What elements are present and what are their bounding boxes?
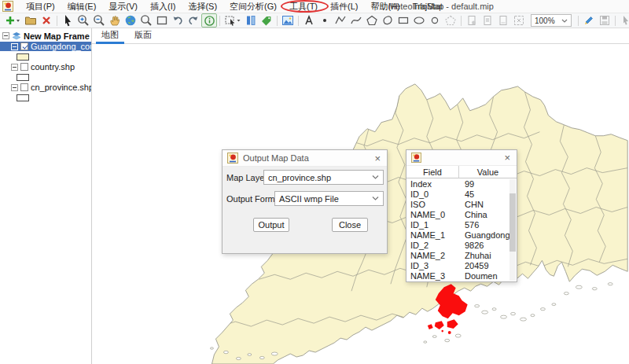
layer-node-cn-province[interactable]: cn_province.shp (0, 83, 91, 92)
zoom-next-button[interactable] (186, 13, 201, 28)
add-layer-button[interactable] (2, 13, 23, 28)
ellipse-tool-button[interactable] (411, 13, 427, 28)
page-setup-button[interactable] (480, 13, 495, 28)
table-row: NAME_3Doumen (406, 270, 517, 281)
map-frame-node[interactable]: New Map Frame (0, 31, 91, 41)
output-button-label: Output (258, 220, 284, 230)
select-arrow-button[interactable] (60, 13, 75, 28)
field-cell: ID_0 (406, 189, 462, 199)
zoom-to-layer-button[interactable] (138, 13, 154, 28)
map-layer-select[interactable]: cn_province.shp (263, 170, 384, 185)
menu-item-tools-label: 工具(T) (289, 2, 318, 11)
close-button-label: Close (339, 220, 361, 230)
app-logo-icon (2, 1, 13, 12)
point-tool-button[interactable] (317, 13, 333, 28)
edit-pencil-button[interactable] (581, 13, 597, 28)
edit-select-button[interactable] (618, 13, 629, 28)
table-row: NAME_2Zhuhai (406, 250, 517, 260)
toolbar-separator (219, 16, 220, 26)
field-cell: ID_3 (406, 261, 462, 270)
layer-name: country.shp (31, 62, 75, 72)
zoom-previous-button[interactable] (170, 13, 186, 28)
label-button[interactable] (259, 13, 274, 28)
layer-checkbox-unchecked[interactable] (20, 63, 28, 71)
column-header-field: Field (406, 166, 459, 178)
menu-item-edit[interactable]: 编辑(E) (61, 0, 103, 13)
dialog-app-icon (411, 153, 421, 163)
identify-attributes-dialog: × Field Value Index99 ID_045 ISOCHN NAME… (406, 149, 517, 282)
full-extent-button[interactable] (123, 13, 138, 28)
layer-node-country[interactable]: country.shp (0, 62, 91, 72)
layer-symbol-row (0, 93, 91, 102)
layers-stack-icon (12, 31, 21, 41)
collapse-icon[interactable] (11, 43, 18, 50)
value-cell: Zhuhai (462, 251, 491, 260)
layer-node-guangdong-county[interactable]: Guangdong_county.shp (0, 42, 91, 51)
close-icon[interactable]: × (373, 153, 382, 164)
dialog-title: Output Map Data (243, 153, 368, 163)
menu-item-selection[interactable]: 选择(S) (182, 0, 223, 13)
polygon-tool-button[interactable] (364, 13, 380, 28)
menu-item-insert[interactable]: 插入(I) (144, 0, 182, 13)
close-button[interactable]: Close (332, 218, 368, 232)
layer-symbol-swatch (17, 94, 29, 101)
table-row: ID_29826 (406, 240, 517, 250)
page-preview-button[interactable] (495, 13, 511, 28)
circle-tool-button[interactable] (427, 13, 443, 28)
menu-item-plugins[interactable]: 插件(L) (324, 0, 364, 13)
attribute-table-header: Field Value (406, 165, 517, 178)
dialog-titlebar[interactable]: Output Map Data × (223, 150, 387, 167)
output-button[interactable]: Output (253, 218, 289, 232)
identify-button[interactable] (201, 13, 217, 28)
zoom-in-button[interactable] (75, 13, 91, 28)
new-layout-button[interactable] (464, 13, 480, 28)
output-format-select[interactable]: ASCII wmp File (274, 191, 384, 206)
remove-layer-button[interactable] (39, 13, 54, 28)
open-file-button[interactable] (23, 13, 39, 28)
layers-panel: New Map Frame Guangdong_county.shp count… (0, 28, 92, 364)
collapse-icon[interactable] (11, 64, 18, 71)
zoom-rectangle-button[interactable] (154, 13, 170, 28)
pan-button[interactable] (107, 13, 123, 28)
collapse-icon[interactable] (11, 84, 18, 91)
polyline-tool-button[interactable] (333, 13, 348, 28)
toolbar-separator (298, 16, 299, 26)
zoom-level-combo[interactable]: 100% (531, 14, 572, 27)
attribute-table-button[interactable] (243, 13, 259, 28)
curve-tool-button[interactable] (348, 13, 364, 28)
menu-item-spatial-analysis[interactable]: 空间分析(G) (223, 0, 283, 13)
map-layer-value: cn_province.shp (268, 173, 331, 182)
tab-map-label: 地图 (101, 30, 119, 39)
fit-to-window-button[interactable] (511, 13, 527, 28)
edit-graphic-button[interactable] (443, 13, 458, 28)
scrollbar-track[interactable] (509, 179, 516, 281)
dialog-titlebar[interactable]: × (406, 150, 517, 165)
field-cell: NAME_0 (406, 210, 462, 219)
value-cell: 99 (462, 179, 474, 189)
tab-map[interactable]: 地图 (95, 28, 125, 43)
curve-polygon-tool-button[interactable] (380, 13, 395, 28)
value-cell: CHN (462, 200, 484, 209)
field-cell: NAME_3 (406, 271, 462, 281)
column-header-value: Value (459, 166, 517, 178)
value-cell: 20459 (462, 261, 489, 270)
save-edit-button[interactable] (597, 13, 612, 28)
collapse-icon[interactable] (2, 32, 9, 39)
menu-item-tools[interactable]: 工具(T) (283, 0, 324, 13)
rectangle-tool-button[interactable] (395, 13, 411, 28)
close-icon[interactable]: × (502, 153, 512, 163)
map-image-button[interactable] (280, 13, 296, 28)
select-features-button[interactable] (223, 13, 243, 28)
meteoinfomap-window: 项目(P) 编辑(E) 显示(V) 插入(I) 选择(S) 空间分析(G) 工具… (0, 0, 629, 364)
chevron-down-icon (561, 19, 568, 23)
layer-symbol-swatch (17, 74, 29, 81)
scrollbar-thumb[interactable] (509, 193, 516, 252)
text-tool-button[interactable] (301, 13, 317, 28)
layer-checkbox-unchecked[interactable] (20, 83, 28, 91)
menu-item-project[interactable]: 项目(P) (20, 0, 61, 13)
tab-layout[interactable]: 版面 (128, 28, 158, 43)
layer-checkbox-checked[interactable] (20, 42, 28, 50)
toolbar-separator (277, 16, 278, 26)
menu-item-view[interactable]: 显示(V) (102, 0, 144, 13)
zoom-out-button[interactable] (91, 13, 107, 28)
